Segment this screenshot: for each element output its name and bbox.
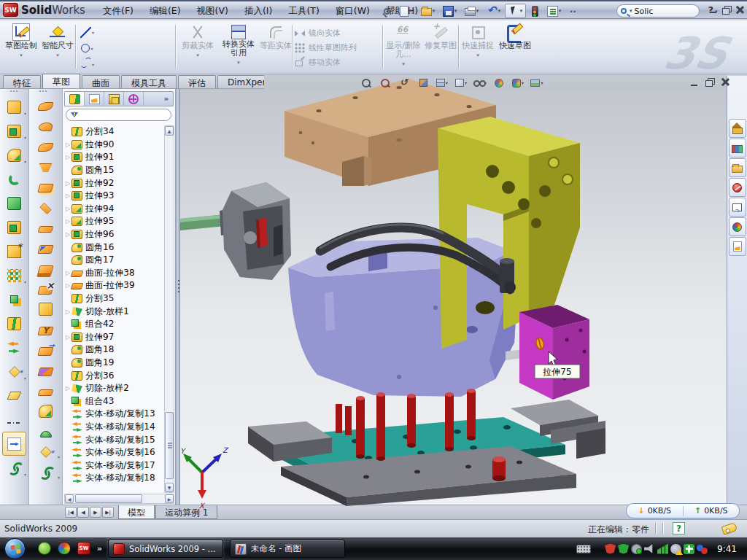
scroll-up-icon[interactable]: ▲ — [165, 126, 174, 136]
expand-icon[interactable]: ▷ — [64, 141, 71, 148]
tree-item[interactable]: ▷ 拉伸97 — [64, 331, 163, 344]
command-tab[interactable]: 评估 — [178, 75, 216, 88]
tree-item[interactable]: ▷ 拉伸91 — [64, 151, 163, 164]
reference-point-icon[interactable] — [0, 359, 28, 384]
manager-tabs-overflow[interactable]: » — [160, 92, 173, 106]
tree-item[interactable]: ▷ 拉伸93 — [64, 190, 163, 203]
tree-item[interactable]: ▷ 组合43 — [64, 394, 163, 408]
restore-button[interactable] — [721, 5, 732, 15]
last-tab-icon[interactable]: ▶| — [102, 507, 114, 518]
sync-pair-icon[interactable] — [697, 544, 708, 554]
taskbar-button[interactable]: 未命名 - 画图 — [230, 540, 345, 558]
extruded-cut-icon[interactable] — [0, 119, 28, 143]
tree-item[interactable]: ▷ 切除-放样1 — [64, 305, 163, 318]
move-entities-button[interactable]: 移动实体 — [295, 55, 382, 69]
rapid-sketch-button[interactable]: 快速草图 — [498, 23, 533, 71]
dimxpertmanager-tab[interactable] — [124, 92, 144, 106]
thicken-icon[interactable] — [29, 381, 62, 401]
helix-icon[interactable] — [0, 456, 28, 480]
tree-item[interactable]: ▷ 拉伸96 — [64, 228, 163, 241]
tree-item[interactable]: ▷ 圆角19 — [64, 357, 163, 370]
part-clamp[interactable] — [222, 182, 291, 280]
lofted-surface-icon[interactable] — [29, 156, 62, 176]
lofted-boss-icon[interactable] — [0, 215, 28, 239]
knit-surface-icon[interactable] — [29, 238, 62, 258]
tag-icon[interactable] — [721, 522, 738, 535]
offset-entities-button[interactable]: 等距实体 — [260, 23, 292, 71]
view-palette-icon[interactable] — [729, 198, 746, 217]
tree-item[interactable]: ▷ 分割34 — [64, 125, 163, 139]
prev-tab-icon[interactable]: ◀ — [77, 507, 89, 518]
view-settings-icon[interactable] — [528, 77, 546, 89]
design-library-icon[interactable] — [729, 139, 746, 158]
scroll-right-icon[interactable]: ▶ — [165, 494, 174, 503]
helix-spiral-icon[interactable] — [29, 462, 62, 483]
speaker-tray-icon[interactable] — [644, 544, 655, 554]
offset-surface-icon[interactable] — [29, 258, 62, 279]
tree-item[interactable]: ▷ 圆角18 — [64, 343, 163, 357]
trim-surface-icon[interactable] — [29, 360, 62, 381]
part-insert-block[interactable] — [519, 305, 589, 400]
solidworks-resources-icon[interactable] — [729, 119, 746, 138]
scrollbar-thumb[interactable] — [165, 412, 174, 479]
quick-snaps-button[interactable]: 快速捕捉 — [461, 23, 495, 71]
extend-surface-icon[interactable] — [29, 340, 62, 360]
open-icon[interactable] — [417, 4, 438, 18]
filled-surface-icon[interactable] — [29, 197, 62, 217]
previous-view-icon[interactable] — [395, 77, 413, 89]
new-document-icon[interactable] — [395, 4, 417, 18]
trim-entities-button[interactable]: 剪裁实体 — [179, 23, 216, 71]
taskbar-button[interactable]: SolidWorks 2009 - ... — [108, 540, 223, 558]
untrim-surface-icon[interactable] — [29, 319, 62, 340]
appearances-icon[interactable] — [729, 217, 746, 236]
green-signal-icon[interactable] — [657, 544, 668, 554]
expand-icon[interactable]: ▷ — [64, 308, 71, 315]
pin-icon[interactable] — [379, 4, 395, 18]
tree-item[interactable]: ▷ 实体-移动/复制18 — [64, 472, 163, 485]
line-icon[interactable] — [77, 24, 97, 40]
print-icon[interactable] — [461, 4, 482, 18]
combine-icon[interactable] — [0, 287, 28, 311]
apply-scene-icon[interactable] — [509, 77, 527, 89]
menu-item[interactable]: 视图(V) — [189, 5, 236, 18]
sheet-tab[interactable]: 模型 — [118, 505, 155, 519]
file-explorer-icon[interactable] — [729, 158, 746, 177]
command-tab[interactable]: 特征 — [3, 75, 41, 88]
tree-item[interactable]: ▷ 实体-移动/复制17 — [64, 459, 163, 472]
doc-restore-button[interactable] — [705, 77, 716, 88]
options-icon[interactable] — [543, 4, 565, 18]
circle-icon[interactable] — [77, 40, 97, 56]
tree-item[interactable]: ▷ 拉伸94 — [64, 203, 163, 216]
green-cross-icon[interactable] — [684, 544, 694, 554]
reference-point-b-icon[interactable] — [29, 442, 62, 462]
close-button[interactable] — [735, 5, 745, 15]
custom-properties-icon[interactable] — [729, 237, 746, 256]
minimize-button[interactable] — [708, 5, 719, 15]
red-shield-icon[interactable] — [605, 544, 616, 554]
tree-item[interactable]: ▷ 实体-移动/复制15 — [64, 433, 163, 446]
color-ball-icon[interactable] — [58, 542, 71, 555]
linear-pattern-icon[interactable] — [0, 263, 28, 287]
axis-icon[interactable] — [0, 408, 28, 432]
solidworks-qk-icon[interactable]: SW — [77, 542, 90, 555]
tree-item[interactable]: ▷ 拉伸90 — [64, 139, 163, 152]
command-tab[interactable]: 模具工具 — [121, 75, 177, 88]
reference-triad[interactable]: Y Z X — [180, 446, 229, 510]
quick-tips-button[interactable]: ? — [673, 522, 685, 534]
linear-sketch-pattern-button[interactable]: 线性草图阵列 — [295, 40, 382, 55]
zoom-fit-icon[interactable] — [357, 77, 375, 89]
command-tab[interactable]: 草图 — [42, 74, 80, 88]
tree-item[interactable]: ▷ 曲面-拉伸38 — [64, 267, 163, 280]
first-tab-icon[interactable]: |◀ — [65, 507, 77, 518]
tree-item[interactable]: ▷ 圆角16 — [64, 241, 163, 254]
green-shield-icon[interactable] — [618, 544, 629, 554]
menu-item[interactable]: 编辑(E) — [142, 5, 189, 18]
tree-item[interactable]: ▷ 组合42 — [64, 318, 163, 331]
scroll-down-icon[interactable]: ▼ — [165, 483, 174, 492]
overflow-icon[interactable] — [565, 4, 581, 18]
featuremanager-tab[interactable] — [65, 92, 85, 106]
spline-icon[interactable] — [77, 56, 97, 72]
boundary-surface-icon[interactable] — [29, 176, 62, 197]
surface-fillet-icon[interactable] — [29, 401, 62, 421]
tree-item[interactable]: ▷ 实体-移动/复制14 — [64, 421, 163, 434]
